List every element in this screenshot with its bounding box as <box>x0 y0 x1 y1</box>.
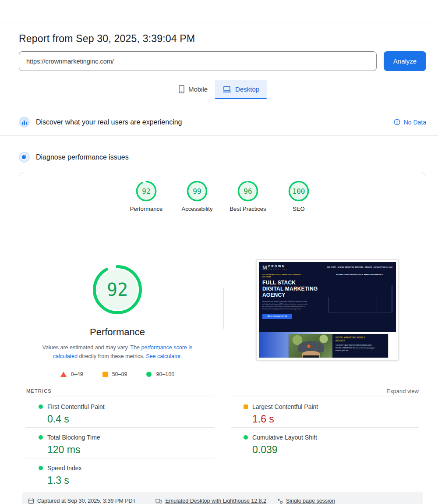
gauge-best-practices-label: Best Practices <box>230 206 266 212</box>
site-chart <box>327 279 392 313</box>
gauge-best-practices-score: 96 <box>237 181 258 202</box>
url-form: Analyze <box>19 51 426 71</box>
site-results-copy: YOU DON'T HAVE TIME FOR IRRESPONSIBLE WE… <box>336 344 377 352</box>
score-legend: 0–49 50–89 90–100 <box>60 371 174 377</box>
performance-disclaimer: Values are estimated and may vary. The p… <box>39 344 196 361</box>
legend-pass-range: 90–100 <box>156 371 174 377</box>
gauge-performance[interactable]: 92 Performance <box>121 181 172 212</box>
metrics-section-label: METRICS <box>26 388 52 394</box>
site-results-card: DIGITAL MARKETING AGENCY RESULTS YOU DON… <box>289 334 388 358</box>
site-eyebrow: GOLD STANDARD DIGITAL MARKETING COMPANY … <box>262 274 302 278</box>
see-calculator-link[interactable]: See calculator. <box>146 353 182 359</box>
lab-section-title: Diagnose performance issues <box>36 153 129 161</box>
fcp-name: First Contentful Paint <box>47 403 105 410</box>
pass-circle-icon <box>146 372 152 377</box>
category-scores-row: 92 Performance 99 Accessibility 96 <box>19 172 426 212</box>
lighthouse-report-card: 92 Performance 99 Accessibility 96 <box>19 172 426 504</box>
metric-total-blocking-time: Total Blocking Time 120 ms <box>26 427 214 458</box>
screenshot-pane: M CROWN MARKETING OUR STORY ▾ DIGITAL MA… <box>223 221 426 384</box>
devices-icon <box>155 498 162 504</box>
performance-summary: 92 Performance Values are estimated and … <box>19 221 426 384</box>
fcp-value: 0.4 s <box>47 413 214 425</box>
desktop-laptop-icon <box>223 86 231 93</box>
tab-mobile[interactable]: Mobile <box>171 80 215 99</box>
gauge-performance-label: Performance <box>130 206 162 212</box>
top-navigation-bar <box>0 0 438 24</box>
report-title: Report from Sep 30, 2025, 3:39:04 PM <box>19 33 426 45</box>
cls-name: Cumulative Layout Shift <box>252 434 317 441</box>
device-tabs: Mobile Desktop <box>0 80 438 99</box>
tab-desktop[interactable]: Desktop <box>215 80 267 99</box>
calendar-icon <box>28 498 34 504</box>
lab-data-section-header[interactable]: Diagnose performance issues <box>0 145 438 163</box>
real-users-icon <box>19 117 30 128</box>
disclaimer-text-1: Values are estimated and may vary. The <box>42 344 141 351</box>
gauge-performance-score: 92 <box>136 181 157 202</box>
gauge-accessibility-label: Accessibility <box>182 206 213 212</box>
expand-view-button[interactable]: Expand view <box>386 388 419 394</box>
mobile-phone-icon <box>179 85 184 93</box>
tab-desktop-underline <box>215 98 267 99</box>
gauge-accessibility[interactable]: 99 Accessibility <box>172 181 223 212</box>
site-hero: M CROWN MARKETING OUR STORY ▾ DIGITAL MA… <box>259 262 396 332</box>
no-data-label: No Data <box>404 119 426 126</box>
tab-desktop-label: Desktop <box>235 85 259 93</box>
metrics-grid: First Contentful Paint 0.4 s Total Block… <box>19 397 426 489</box>
si-name: Speed Index <box>47 465 82 472</box>
no-data-status[interactable]: No Data <box>394 119 426 126</box>
big-performance-gauge: 92 <box>92 264 143 315</box>
average-square-icon <box>102 372 108 377</box>
lcp-name: Largest Contentful Paint <box>252 403 318 410</box>
tab-mobile-label: Mobile <box>188 85 208 93</box>
site-cta-button: FREE CONSULTATION <box>262 314 292 319</box>
si-status-icon <box>39 466 43 470</box>
legend-pass: 90–100 <box>146 371 174 377</box>
gauge-seo-score: 100 <box>288 181 309 202</box>
site-logo-initial: M <box>262 265 267 270</box>
metrics-left-column: First Contentful Paint 0.4 s Total Block… <box>26 397 214 489</box>
performance-gauge-pane: 92 Performance Values are estimated and … <box>19 221 223 384</box>
tbt-status-icon <box>39 435 43 440</box>
lcp-value: 1.6 s <box>252 413 419 425</box>
site-body-copy: We provide rank ready, customizable Word… <box>262 301 308 311</box>
legend-fail-range: 0–49 <box>71 371 83 377</box>
disclaimer-text-2: directly from these metrics. <box>78 353 146 359</box>
legend-average: 50–89 <box>102 371 127 377</box>
site-photo <box>289 334 332 358</box>
legend-fail: 0–49 <box>60 371 83 377</box>
site-screenshot-thumbnail[interactable]: M CROWN MARKETING OUR STORY ▾ DIGITAL MA… <box>256 259 399 360</box>
session-dots-icon <box>277 498 283 504</box>
site-lower-band: DIGITAL MARKETING AGENCY RESULTS YOU DON… <box>259 332 396 358</box>
fail-triangle-icon <box>60 372 67 377</box>
tbt-value: 120 ms <box>47 444 214 456</box>
site-experience-banner: 40 YEARS OF WEB DESIGN & DIGITAL MARKETI… <box>327 274 392 276</box>
big-performance-score: 92 <box>92 264 143 315</box>
legend-average-range: 50–89 <box>112 371 127 377</box>
emulated-environment-link[interactable]: Emulated Desktop with Lighthouse 12.8.2 <box>155 498 277 504</box>
cls-status-icon <box>244 435 248 440</box>
gauge-seo[interactable]: 100 SEO <box>273 181 324 212</box>
metric-cumulative-layout-shift: Cumulative Layout Shift 0.039 <box>231 427 419 458</box>
single-page-session-link[interactable]: Single page session <box>277 498 417 504</box>
metrics-right-column: Largest Contentful Paint 1.6 s Cumulativ… <box>231 397 419 489</box>
capture-environment-footer: Captured at Sep 30, 2025, 3:39 PM PDT Em… <box>22 492 423 504</box>
captured-at: Captured at Sep 30, 2025, 3:39 PM PDT <box>28 498 155 504</box>
site-nav: OUR STORY ▾ DIGITAL MARKETING SERVICES ▾… <box>327 265 392 268</box>
metric-speed-index: Speed Index 1.3 s <box>26 458 214 489</box>
si-value: 1.3 s <box>47 475 214 486</box>
metric-largest-contentful-paint: Largest Contentful Paint 1.6 s <box>231 397 419 427</box>
lcp-status-icon <box>244 405 248 409</box>
vertical-divider <box>223 288 224 329</box>
field-data-section-header[interactable]: Discover what your real users are experi… <box>0 110 438 136</box>
gauge-best-practices[interactable]: 96 Best Practices <box>223 181 273 212</box>
gauge-accessibility-score: 99 <box>187 181 208 202</box>
field-section-title: Discover what your real users are experi… <box>36 118 182 126</box>
site-nav-items: OUR STORY ▾ DIGITAL MARKETING SERVICES ▾… <box>327 266 392 268</box>
gauge-seo-label: SEO <box>293 206 304 212</box>
site-headline: FULL STACK DIGITAL MARKETING AGENCY <box>262 280 322 298</box>
metric-first-contentful-paint: First Contentful Paint 0.4 s <box>26 397 214 427</box>
analyze-button[interactable]: Analyze <box>384 51 426 71</box>
metrics-header: METRICS Expand view <box>19 385 426 397</box>
info-icon <box>394 119 400 125</box>
url-input[interactable] <box>19 51 377 71</box>
